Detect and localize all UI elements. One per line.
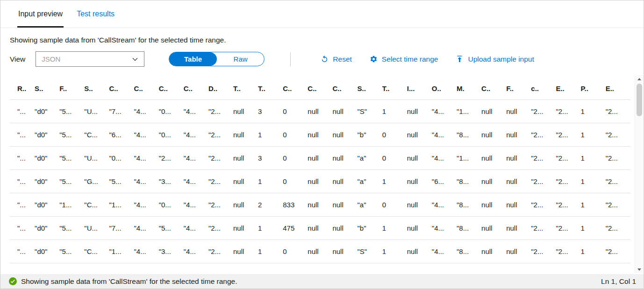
table-cell: "... [10, 123, 35, 147]
table-cell: 0 [382, 147, 407, 170]
table-cell: "2... [531, 123, 556, 147]
table-cell: "4... [184, 147, 208, 170]
column-header: C.. [481, 73, 506, 100]
upload-sample-input-button[interactable]: Upload sample input [456, 55, 534, 63]
table-header-row: R..S..F..S..C..C..C..C..D..T..T..C..C..C… [10, 73, 630, 100]
table-cell: "2... [531, 147, 556, 170]
table-cell: "6... [432, 170, 457, 193]
table-cell: "4... [432, 100, 457, 123]
table-cell: "... [10, 100, 35, 123]
vertical-scrollbar[interactable] [635, 75, 643, 273]
table-cell: "4... [432, 240, 457, 263]
table-cell: "2... [556, 217, 580, 240]
table-cell: null [332, 193, 357, 217]
table-cell: null [481, 217, 506, 240]
scrollbar-track[interactable] [635, 83, 643, 266]
table-cell: "1... [457, 100, 481, 123]
table-cell: null [233, 170, 258, 193]
cursor-position: Ln 1, Col 1 [601, 277, 636, 286]
toggle-option-table[interactable]: Table [169, 52, 217, 66]
column-header: R.. [10, 73, 35, 100]
table-cell: "... [10, 240, 35, 263]
column-header: M. [457, 73, 481, 100]
reset-button[interactable]: Reset [321, 55, 352, 63]
table-cell: "2... [531, 193, 556, 217]
column-header: C.. [159, 73, 184, 100]
table-cell: "6... [109, 123, 134, 147]
table-cell: "0... [159, 123, 184, 147]
table-cell: "5... [59, 240, 84, 263]
table-cell: null [481, 123, 506, 147]
table-cell: "3... [159, 170, 184, 193]
table-cell: "d0" [35, 217, 59, 240]
table-cell: "5... [159, 217, 184, 240]
table-cell: "a" [358, 147, 382, 170]
table-cell: "3... [159, 240, 184, 263]
table-cell: "5... [109, 170, 134, 193]
table-cell: 0 [283, 100, 308, 123]
table-cell: "4... [432, 123, 457, 147]
table-cell: 0 [283, 123, 308, 147]
table-cell: "4... [184, 240, 208, 263]
upload-sample-input-label: Upload sample input [468, 55, 534, 63]
column-header: I... [407, 73, 432, 100]
scroll-up-button[interactable] [635, 75, 644, 83]
column-header: F.. [59, 73, 84, 100]
table-cell: "5... [59, 123, 84, 147]
table-cell: "... [10, 193, 35, 217]
table-cell: "2... [606, 193, 630, 217]
table-cell: 1 [382, 170, 407, 193]
table-cell: 1 [581, 217, 606, 240]
scrollbar-thumb[interactable] [637, 84, 642, 116]
table-cell: "5... [59, 147, 84, 170]
table-cell: 1 [581, 100, 606, 123]
table-cell: "2... [556, 170, 580, 193]
table-cell: "2... [208, 100, 233, 123]
toggle-option-raw[interactable]: Raw [217, 52, 265, 66]
table-cell: 1 [581, 240, 606, 263]
table-cell: 1 [382, 217, 407, 240]
view-format-dropdown[interactable]: JSON [36, 51, 144, 67]
table-cell: "5... [59, 100, 84, 123]
scroll-up-icon [637, 78, 641, 80]
table-cell: "4... [134, 240, 159, 263]
table-cell: "C... [84, 123, 109, 147]
table-cell: null [332, 123, 357, 147]
status-bar: Showing sample data from 'CallStream' fo… [0, 274, 644, 289]
table-cell: "U... [84, 100, 109, 123]
table-cell: "2... [531, 100, 556, 123]
view-label: View [10, 55, 25, 63]
table-cell: "2... [606, 170, 630, 193]
table-cell: 0 [283, 147, 308, 170]
table-cell: "4... [134, 217, 159, 240]
table-cell: "2... [606, 147, 630, 170]
column-header: E.. [556, 73, 580, 100]
table-cell: "2... [606, 100, 630, 123]
table-cell: null [308, 170, 332, 193]
select-time-range-button[interactable]: Select time range [370, 55, 438, 63]
table-cell: "a" [358, 193, 382, 217]
table-cell: "b" [358, 123, 382, 147]
table-cell: null [308, 217, 332, 240]
table-cell: "C... [84, 193, 109, 217]
scroll-down-button[interactable] [635, 266, 644, 273]
tab-input-preview[interactable]: Input preview [17, 0, 64, 28]
toolbar-divider [290, 52, 291, 66]
reset-button-label: Reset [333, 55, 352, 63]
table-cell: null [332, 147, 357, 170]
table-cell: 0 [283, 240, 308, 263]
table-cell: "4... [134, 170, 159, 193]
column-header: C.. [134, 73, 159, 100]
table-cell: "5... [59, 170, 84, 193]
table-raw-toggle: Table Raw [169, 52, 265, 66]
table-cell: "5... [59, 217, 84, 240]
table-cell: "0... [159, 193, 184, 217]
sample-data-description: Showing sample data from 'CallStream' fo… [0, 28, 644, 49]
table-cell: "8... [457, 240, 481, 263]
table-cell: "2... [556, 100, 580, 123]
tab-test-results[interactable]: Test results [76, 0, 115, 28]
table-cell: 1 [581, 170, 606, 193]
table-cell: null [233, 147, 258, 170]
column-header: T.. [233, 73, 258, 100]
table-cell: "2... [531, 217, 556, 240]
